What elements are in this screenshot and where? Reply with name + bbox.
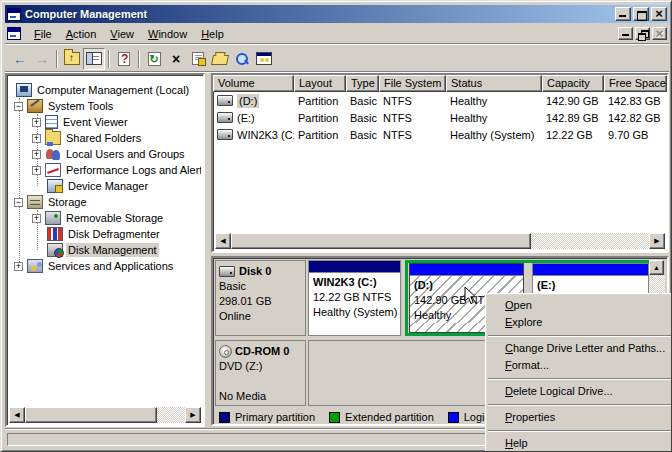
minimize-button[interactable] — [615, 7, 631, 21]
device-manager-icon — [47, 179, 63, 193]
volume-row-win2k3-c[interactable]: WIN2K3 (C:)PartitionBasicNTFSHealthy (Sy… — [213, 126, 667, 143]
close-button[interactable] — [651, 7, 667, 21]
refresh-button[interactable] — [143, 48, 165, 70]
volume-icon — [217, 95, 233, 106]
up-folder-button[interactable] — [61, 48, 83, 70]
scroll-right-button[interactable]: ▶ — [649, 233, 665, 249]
menu-view[interactable]: View — [103, 26, 141, 42]
scroll-left-button[interactable]: ◀ — [215, 233, 231, 249]
mdi-minimize-button[interactable] — [618, 27, 633, 40]
computer-icon — [16, 83, 32, 97]
volume-list-horizontal-scrollbar[interactable]: ◀ ▶ — [215, 233, 665, 249]
volume-icon — [217, 129, 233, 140]
column-header-status[interactable]: Status — [446, 75, 542, 92]
refresh-icon — [148, 52, 161, 66]
cell-file-system: NTFS — [379, 126, 446, 143]
console-window-button[interactable] — [253, 48, 275, 70]
volume-name: (E:) — [237, 112, 255, 124]
column-header-type[interactable]: Type — [346, 75, 379, 92]
partition-c[interactable]: WIN2K3 (C:) 12.22 GB NTFS Healthy (Syste… — [308, 260, 401, 336]
menu-help[interactable]: Help — [194, 26, 231, 42]
column-header-capacity[interactable]: Capacity — [542, 75, 604, 92]
volume-row-d[interactable]: (D:)PartitionBasicNTFSHealthy142.90 GB14… — [213, 92, 667, 109]
collapse-toggle[interactable]: − — [14, 198, 23, 207]
column-header-free-space[interactable]: Free Space — [604, 75, 667, 92]
console-tree-pane: Computer Management (Local)−System Tools… — [5, 73, 205, 427]
context-menu-item-open[interactable]: Open — [486, 297, 672, 314]
tree-item-label: Removable Storage — [64, 211, 165, 225]
sidebar-item-services-and-applications[interactable]: +Services and Applications — [9, 258, 201, 274]
context-menu-item-change-drive-letter-and-paths[interactable]: Change Drive Letter and Paths... — [486, 340, 672, 357]
removable-storage-icon — [45, 211, 61, 225]
context-menu-item-explore[interactable]: Explore — [486, 314, 672, 331]
forward-arrow-button[interactable]: → — [31, 48, 53, 70]
sidebar-item-system-tools[interactable]: −System Tools — [9, 98, 201, 114]
column-header-file-system[interactable]: File System — [379, 75, 446, 92]
expand-toggle[interactable]: + — [32, 214, 41, 223]
cell-type: Basic — [346, 92, 379, 109]
disk0-label-cell[interactable]: Disk 0 Basic 298.01 GB Online — [215, 260, 306, 336]
search-icon — [234, 52, 250, 66]
cell-type: Basic — [346, 126, 379, 143]
scroll-right-button[interactable]: ▶ — [185, 407, 201, 423]
sidebar-item-storage[interactable]: −Storage — [9, 194, 201, 210]
expand-toggle[interactable]: + — [32, 166, 41, 175]
open-folder-button[interactable] — [209, 48, 231, 70]
column-header-layout[interactable]: Layout — [294, 75, 346, 92]
legend-extended-partition: Extended partition — [329, 411, 434, 423]
collapse-toggle[interactable]: − — [14, 102, 23, 111]
cell-file-system: NTFS — [379, 109, 446, 126]
expand-toggle[interactable]: + — [14, 262, 23, 271]
context-menu-item-delete-logical-drive[interactable]: Delete Logical Drive... — [486, 383, 672, 400]
cdrom-label-cell[interactable]: CD-ROM 0 DVD (Z:) No Media — [215, 340, 306, 406]
scroll-track[interactable] — [157, 407, 185, 423]
scroll-up-button[interactable]: ▲ — [649, 260, 664, 275]
services-icon — [27, 259, 43, 273]
delete-button[interactable]: × — [165, 48, 187, 70]
show-console-tree-button[interactable] — [83, 48, 105, 70]
cell-volume: (E:) — [213, 109, 294, 126]
disk0-name: Disk 0 — [239, 264, 271, 279]
menu-window[interactable]: Window — [141, 26, 194, 42]
tree-item-label: Performance Logs and Alerts — [64, 163, 201, 177]
back-arrow-button[interactable]: ← — [9, 48, 31, 70]
properties-button[interactable] — [187, 48, 209, 70]
cd-icon — [219, 345, 232, 358]
column-header-volume[interactable]: Volume — [213, 75, 294, 92]
search-button[interactable] — [231, 48, 253, 70]
cell-volume: WIN2K3 (C:) — [213, 126, 294, 143]
cell-free-space: 142.82 GB — [604, 109, 667, 126]
app-icon — [7, 8, 21, 21]
context-menu-item-help[interactable]: Help — [486, 435, 672, 452]
partition-e-name: (E:) — [537, 278, 648, 293]
volume-list-header: VolumeLayoutTypeFile SystemStatusCapacit… — [213, 75, 667, 92]
sidebar-item-computer-management-local[interactable]: Computer Management (Local) — [9, 82, 201, 98]
menu-bar: FileActionViewWindowHelp — [5, 24, 669, 44]
partition-c-size: 12.22 GB NTFS — [313, 290, 400, 305]
mdi-child-icon[interactable] — [7, 27, 21, 40]
cell-layout: Partition — [294, 126, 346, 143]
disk0-size: 298.01 GB — [219, 294, 303, 309]
context-menu-item-properties[interactable]: Properties — [486, 409, 672, 426]
scroll-track[interactable] — [531, 233, 649, 249]
tree-item-label: System Tools — [46, 99, 115, 113]
tree-horizontal-scrollbar[interactable]: ◀ ▶ — [9, 407, 201, 423]
expand-toggle[interactable]: + — [32, 134, 41, 143]
mouse-cursor — [464, 286, 478, 306]
volume-row-e[interactable]: (E:)PartitionBasicNTFSHealthy142.89 GB14… — [213, 109, 667, 126]
volume-icon — [217, 112, 233, 123]
scroll-thumb[interactable] — [231, 233, 531, 249]
mdi-restore-button[interactable] — [635, 27, 650, 40]
menu-file[interactable]: File — [27, 26, 59, 42]
maximize-button[interactable] — [633, 7, 649, 21]
menu-separator — [488, 400, 672, 409]
expand-toggle[interactable]: + — [32, 150, 41, 159]
title-bar[interactable]: Computer Management — [5, 5, 669, 23]
expand-toggle[interactable]: + — [32, 118, 41, 127]
back-arrow-icon: ← — [13, 52, 27, 66]
context-menu-item-format[interactable]: Format... — [486, 357, 672, 374]
menu-action[interactable]: Action — [59, 26, 104, 42]
scroll-left-button[interactable]: ◀ — [9, 407, 25, 423]
scroll-thumb[interactable] — [25, 407, 157, 423]
help-button[interactable] — [113, 48, 135, 70]
